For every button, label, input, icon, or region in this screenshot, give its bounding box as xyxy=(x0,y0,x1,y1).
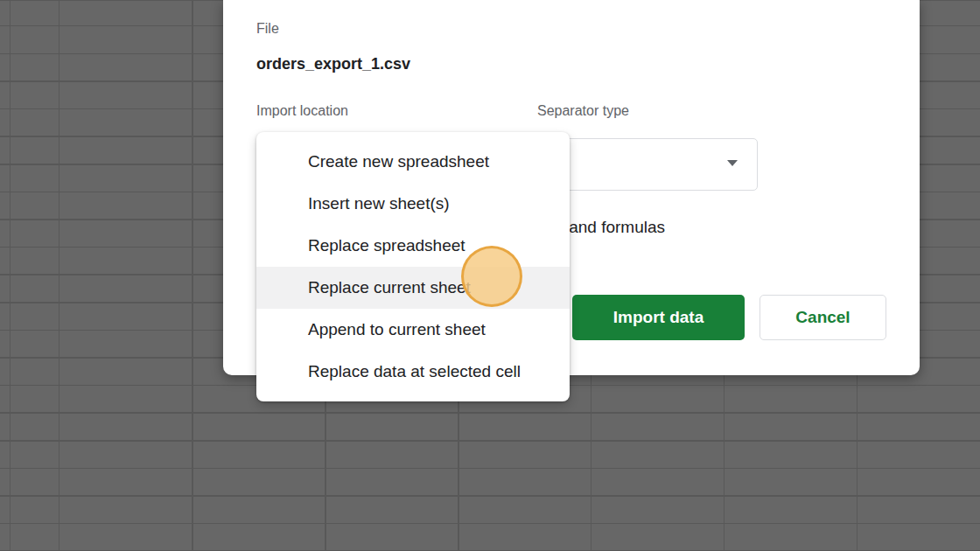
file-name: orders_export_1.csv xyxy=(256,55,410,73)
import-location-menu: Create new spreadsheetInsert new sheet(s… xyxy=(256,132,570,401)
menu-item[interactable]: Replace spreadsheet xyxy=(256,225,570,267)
menu-item[interactable]: Insert new sheet(s) xyxy=(256,183,570,225)
separator-type-label: Separator type xyxy=(537,103,629,119)
cancel-button[interactable]: Cancel xyxy=(760,295,886,340)
import-data-button[interactable]: Import data xyxy=(572,295,745,340)
chevron-down-icon xyxy=(727,160,738,166)
menu-item[interactable]: Create new spreadsheet xyxy=(256,141,570,183)
file-label: File xyxy=(256,21,279,37)
menu-item[interactable]: Replace current sheet xyxy=(256,267,570,309)
menu-item[interactable]: Replace data at selected cell xyxy=(256,351,570,393)
menu-item[interactable]: Append to current sheet xyxy=(256,309,570,351)
import-location-label: Import location xyxy=(256,103,348,119)
click-indicator xyxy=(461,246,522,307)
